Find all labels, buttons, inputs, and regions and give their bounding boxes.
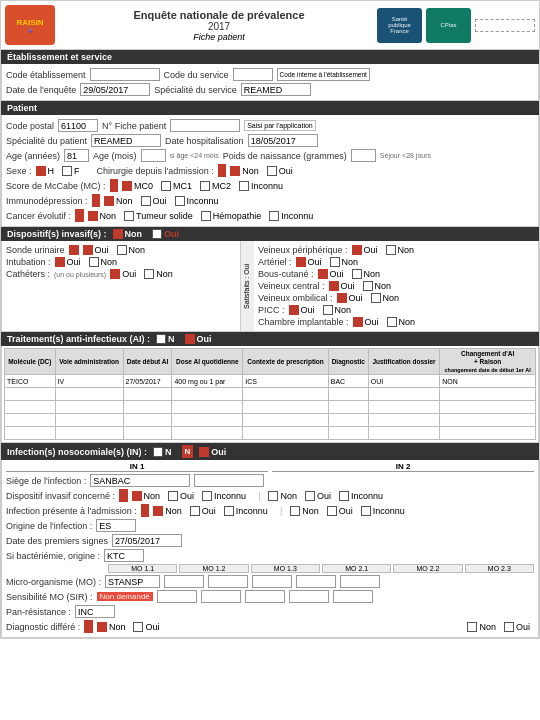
sensib-input2[interactable]	[157, 590, 197, 603]
art-oui-cb[interactable]	[296, 257, 306, 267]
mc-inconnu-checkbox[interactable]	[239, 181, 249, 191]
sensib-input5[interactable]	[289, 590, 329, 603]
fiche-label: Fiche patient	[61, 32, 377, 42]
siege-input2[interactable]	[194, 474, 264, 487]
mc1-checkbox[interactable]	[161, 181, 171, 191]
trait-oui-cb[interactable]	[185, 334, 195, 344]
cancer-ts-checkbox[interactable]	[124, 211, 134, 221]
in-non-cb[interactable]	[153, 447, 163, 457]
immuno-inconnu-checkbox[interactable]	[175, 196, 185, 206]
infect-oui-cb[interactable]	[190, 506, 200, 516]
date-hospit-input[interactable]: 18/05/2017	[248, 134, 318, 147]
cath-oui-cb[interactable]	[110, 269, 120, 279]
micro-input6[interactable]	[340, 575, 380, 588]
disp-oui-checkbox[interactable]	[152, 229, 162, 239]
sonde-cb[interactable]	[69, 245, 79, 255]
art-non-cb[interactable]	[330, 257, 340, 267]
code-interne-input[interactable]: Code interne à l'établissement	[277, 68, 370, 81]
table-cell	[440, 414, 536, 427]
code-etab-input[interactable]	[90, 68, 160, 81]
micro-input3[interactable]	[208, 575, 248, 588]
bacteriemie-input[interactable]: KTC	[104, 549, 144, 562]
picc-non-cb[interactable]	[323, 305, 333, 315]
immuno-oui-checkbox[interactable]	[141, 196, 151, 206]
patient-header: Patient	[1, 101, 539, 115]
infect2-oui-cb[interactable]	[327, 506, 337, 516]
chir-oui-checkbox[interactable]	[267, 166, 277, 176]
cath-non-cb[interactable]	[144, 269, 154, 279]
sexe-f-checkbox[interactable]	[62, 166, 72, 176]
disp-inv2-inconnu-cb[interactable]	[339, 491, 349, 501]
date-signes-input[interactable]: 27/05/2017	[112, 534, 182, 547]
date-enquete-label: Date de l'enquête	[6, 85, 76, 95]
micro-input2[interactable]	[164, 575, 204, 588]
mc0-checkbox[interactable]	[122, 181, 132, 191]
disp-inv-oui-cb[interactable]	[168, 491, 178, 501]
micro-input1[interactable]: STANSP	[105, 575, 160, 588]
disp-inv2-oui-group: Oui	[305, 491, 331, 501]
disp-inv-inconnu-cb[interactable]	[202, 491, 212, 501]
infect-non-cb[interactable]	[153, 506, 163, 516]
poids-input[interactable]	[351, 149, 376, 162]
cancer-hemo-checkbox[interactable]	[201, 211, 211, 221]
infect2-non-cb[interactable]	[290, 506, 300, 516]
mc2-checkbox[interactable]	[200, 181, 210, 191]
specialite-patient-input[interactable]: REAMED	[91, 134, 161, 147]
code-service-input[interactable]	[233, 68, 273, 81]
sexe-h-checkbox[interactable]	[36, 166, 46, 176]
vo-oui-cb[interactable]	[337, 293, 347, 303]
sous-cutane-row: Bous-cutané : Oui Non	[258, 269, 534, 279]
sensib-input3[interactable]	[201, 590, 241, 603]
vc-non-cb[interactable]	[363, 281, 373, 291]
date-enquete-input[interactable]: 29/05/2017	[80, 83, 150, 96]
vc-oui-cb[interactable]	[329, 281, 339, 291]
cancer-inconnu-checkbox[interactable]	[269, 211, 279, 221]
infect2-inconnu-cb[interactable]	[361, 506, 371, 516]
nfiche-input[interactable]	[170, 119, 240, 132]
pan-input[interactable]: INC	[75, 605, 115, 618]
age-annees-input[interactable]: 81	[64, 149, 89, 162]
disp-inv-non-cb[interactable]	[132, 491, 142, 501]
immuno-non-checkbox[interactable]	[104, 196, 114, 206]
vp-oui-cb[interactable]	[352, 245, 362, 255]
in-oui-cb[interactable]	[199, 447, 209, 457]
age-mois-input[interactable]	[141, 149, 166, 162]
infect-inconnu-cb[interactable]	[224, 506, 234, 516]
diag2-non-cb[interactable]	[467, 622, 477, 632]
sensib-input6[interactable]	[333, 590, 373, 603]
intub-non-cb[interactable]	[89, 257, 99, 267]
diag2-oui-cb[interactable]	[504, 622, 514, 632]
chir-non-checkbox[interactable]	[230, 166, 240, 176]
micro-input5[interactable]	[296, 575, 336, 588]
picc-oui-cb[interactable]	[289, 305, 299, 315]
table-cell	[123, 401, 172, 414]
sc-non-cb[interactable]	[352, 269, 362, 279]
diag-non-cb[interactable]	[97, 622, 107, 632]
cancer-non-checkbox[interactable]	[88, 211, 98, 221]
vo-non-cb[interactable]	[371, 293, 381, 303]
diag-non-group: Non	[97, 622, 126, 632]
specialite-input[interactable]: REAMED	[241, 83, 311, 96]
intub-oui-cb[interactable]	[55, 257, 65, 267]
disp-non-checkbox[interactable]	[113, 229, 123, 239]
siege-input[interactable]: SANBAC	[90, 474, 190, 487]
mo-spacer	[6, 564, 106, 573]
ch-oui-cb[interactable]	[353, 317, 363, 327]
origine-input[interactable]: ES	[96, 519, 136, 532]
sonde-non-cb[interactable]	[117, 245, 127, 255]
table-cell: 27/05/2017	[123, 375, 172, 388]
trait-non-cb[interactable]	[156, 334, 166, 344]
table-cell	[5, 401, 56, 414]
in-n-indicator: N	[182, 445, 194, 458]
disp-inv2-non-cb[interactable]	[268, 491, 278, 501]
disp-inv2-oui-cb[interactable]	[305, 491, 315, 501]
sc-oui-cb[interactable]	[318, 269, 328, 279]
vp-non-cb[interactable]	[386, 245, 396, 255]
sensib-input4[interactable]	[245, 590, 285, 603]
micro-input4[interactable]	[252, 575, 292, 588]
code-postal-input[interactable]: 61100	[58, 119, 98, 132]
ch-non-cb[interactable]	[387, 317, 397, 327]
diag-oui-cb[interactable]	[133, 622, 143, 632]
sonde-oui-cb[interactable]	[83, 245, 93, 255]
patient-row2: Spécialité du patient REAMED Date hospit…	[6, 134, 534, 147]
